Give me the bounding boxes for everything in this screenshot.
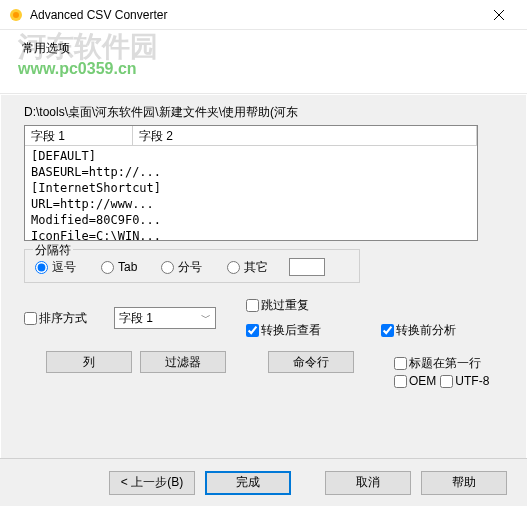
close-button[interactable] [479, 1, 519, 29]
filter-button[interactable]: 过滤器 [140, 351, 226, 373]
radio-semicolon[interactable]: 分号 [161, 259, 225, 276]
page-subtitle: 常用选项 [22, 40, 70, 57]
radio-comma-input[interactable] [35, 261, 48, 274]
check-utf8[interactable]: UTF-8 [440, 374, 489, 388]
right-options: 标题在第一行 OEM UTF-8 [394, 355, 489, 388]
radio-semicolon-input[interactable] [161, 261, 174, 274]
check-header-first[interactable]: 标题在第一行 [394, 355, 489, 372]
chevron-down-icon: ﹀ [201, 311, 211, 325]
list-item[interactable]: IconFile=C:\WIN... [31, 228, 471, 241]
combo-value: 字段 1 [119, 310, 153, 327]
back-button[interactable]: < 上一步(B) [109, 471, 195, 495]
radio-other[interactable]: 其它 [227, 259, 287, 276]
list-item[interactable]: [InternetShortcut] [31, 180, 471, 196]
list-item[interactable]: BASEURL=http://... [31, 164, 471, 180]
cancel-button[interactable]: 取消 [325, 471, 411, 495]
separator-group: 分隔符 逗号 Tab 分号 其它 [24, 249, 360, 283]
preview-listbox[interactable]: 字段 1 字段 2 [DEFAULT] BASEURL=http://... [… [24, 125, 478, 241]
sort-field-combo[interactable]: 字段 1 ﹀ [114, 307, 216, 329]
list-item[interactable]: URL=http://www... [31, 196, 471, 212]
window-title: Advanced CSV Converter [30, 8, 479, 22]
check-sort-input[interactable] [24, 312, 37, 325]
close-icon [494, 10, 504, 20]
check-view-after[interactable]: 转换后查看 [246, 322, 321, 339]
check-view-after-input[interactable] [246, 324, 259, 337]
list-item[interactable]: Modified=80C9F0... [31, 212, 471, 228]
check-sort[interactable]: 排序方式 [24, 310, 106, 327]
check-skip-dup[interactable]: 跳过重复 [246, 297, 321, 314]
radio-comma[interactable]: 逗号 [35, 259, 99, 276]
check-oem-input[interactable] [394, 375, 407, 388]
column-header-1[interactable]: 字段 1 [25, 126, 133, 145]
finish-button[interactable]: 完成 [205, 471, 291, 495]
check-header-first-input[interactable] [394, 357, 407, 370]
footer: < 上一步(B) 完成 取消 帮助 [0, 458, 527, 506]
cmdline-button[interactable]: 命令行 [268, 351, 354, 373]
header-area: 河东软件园 www.pc0359.cn 常用选项 [0, 30, 527, 94]
path-label: D:\tools\桌面\河东软件园\新建文件夹\使用帮助(河东 [24, 104, 503, 121]
radio-tab-input[interactable] [101, 261, 114, 274]
radio-other-input[interactable] [227, 261, 240, 274]
check-skip-dup-input[interactable] [246, 299, 259, 312]
list-item[interactable]: [DEFAULT] [31, 148, 471, 164]
check-oem[interactable]: OEM [394, 374, 436, 388]
titlebar: Advanced CSV Converter [0, 0, 527, 30]
main-content: D:\tools\桌面\河东软件园\新建文件夹\使用帮助(河东 字段 1 字段 … [0, 94, 527, 383]
svg-point-1 [13, 12, 19, 18]
columns-button[interactable]: 列 [46, 351, 132, 373]
column-header-2[interactable]: 字段 2 [133, 126, 477, 145]
check-analyze-before[interactable]: 转换前分析 [381, 322, 456, 339]
app-icon [8, 7, 24, 23]
radio-tab[interactable]: Tab [101, 260, 159, 274]
separator-group-title: 分隔符 [33, 242, 73, 259]
listbox-body[interactable]: [DEFAULT] BASEURL=http://... [InternetSh… [25, 146, 477, 241]
check-analyze-before-input[interactable] [381, 324, 394, 337]
other-separator-input[interactable] [289, 258, 325, 276]
check-utf8-input[interactable] [440, 375, 453, 388]
help-button[interactable]: 帮助 [421, 471, 507, 495]
